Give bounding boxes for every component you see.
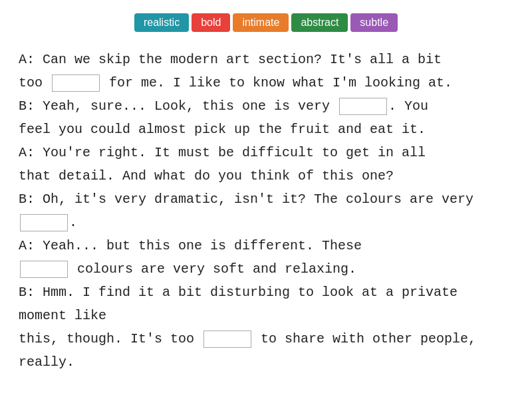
line-7: B: Oh, it's very dramatic, isn't it? The… <box>19 188 513 234</box>
line-5: A: You're right. It must be difficult to… <box>19 141 513 164</box>
line-3: B: Yeah, sure... Look, this one is very … <box>19 94 513 118</box>
line-6: that detail. And what do you think of th… <box>19 164 513 188</box>
tag-realistic[interactable]: realistic <box>134 13 189 32</box>
line-8: A: Yeah... but this one is different. Th… <box>19 234 513 257</box>
blank-3[interactable] <box>20 214 68 231</box>
line-10: B: Hmm. I find it a bit disturbing to lo… <box>19 281 513 327</box>
blank-2[interactable] <box>339 98 387 115</box>
blank-5[interactable] <box>203 331 251 348</box>
line-4: feel you could almost pick up the fruit … <box>19 118 513 141</box>
dialogue-content: A: Can we skip the modern art section? I… <box>19 48 513 374</box>
tag-subtle[interactable]: subtle <box>350 13 398 32</box>
line-9: colours are very soft and relaxing. <box>19 257 513 281</box>
tag-intimate[interactable]: intimate <box>233 13 289 32</box>
blank-4[interactable] <box>20 261 68 278</box>
blank-1[interactable] <box>52 74 100 92</box>
line-1: A: Can we skip the modern art section? I… <box>19 48 513 71</box>
tag-abstract[interactable]: abstract <box>291 13 348 32</box>
line-2: too for me. I like to know what I'm look… <box>19 71 513 94</box>
tags-container: realistic bold intimate abstract subtle <box>19 13 513 32</box>
tag-bold[interactable]: bold <box>192 13 230 32</box>
line-11: this, though. It's too to share with oth… <box>19 327 513 374</box>
